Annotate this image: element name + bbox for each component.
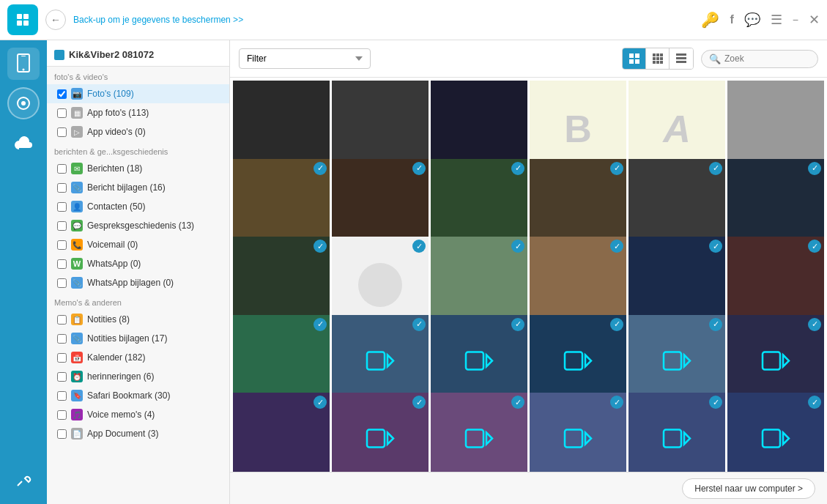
fotos-label: Foto's (109) (87, 89, 134, 99)
notities-checkbox[interactable] (57, 315, 67, 325)
content-toolbar: Filter Alle Geselecteerd (230, 40, 827, 78)
voice-memo-icon: 🎵 (71, 409, 83, 420)
sidebar-item-voice-memo[interactable]: 🎵 Voice memo's (4) (47, 405, 229, 424)
app-fotos-icon: ▦ (71, 107, 83, 119)
sidebar-item-gespreks[interactable]: 💬 Gespreksgeschiedenis (13) (47, 216, 229, 235)
herinneringen-checkbox[interactable] (57, 372, 67, 382)
content-area: Filter Alle Geselecteerd (230, 40, 827, 504)
video-play-icon (662, 424, 691, 459)
key-icon[interactable]: 🔑 (701, 11, 719, 29)
photo-selected-badge: ✓ (412, 162, 426, 175)
video-play-icon (761, 346, 790, 380)
photo-cell[interactable]: ✓ (530, 393, 626, 472)
berichten-label: Berichten (18) (87, 163, 142, 174)
nav-music[interactable] (7, 87, 40, 119)
fotos-checkbox[interactable] (57, 89, 67, 99)
nav-cloud[interactable] (7, 127, 40, 159)
filter-select[interactable]: Filter Alle Geselecteerd (239, 48, 371, 69)
svg-marker-29 (486, 355, 492, 366)
app-videos-label: App video's (0) (87, 127, 146, 137)
whatsapp-checkbox[interactable] (57, 259, 67, 269)
svg-rect-15 (656, 53, 659, 56)
photo-cell[interactable]: ✓ (431, 393, 527, 472)
photo-cell[interactable]: ✓ (727, 393, 824, 472)
notities-bijlagen-checkbox[interactable] (57, 334, 67, 344)
notities-bijlagen-label: Notities bijlagen (17) (87, 333, 167, 344)
sidebar-item-app-document[interactable]: 📄 App Document (3) (47, 424, 229, 443)
app-videos-icon: ▷ (71, 126, 83, 138)
video-play-icon (563, 346, 593, 380)
kalender-checkbox[interactable] (57, 353, 67, 363)
svg-marker-39 (486, 433, 492, 445)
menu-icon[interactable]: ☰ (771, 12, 782, 28)
view-grid-small-button[interactable] (646, 48, 670, 69)
bericht-bijlagen-checkbox[interactable] (57, 183, 67, 193)
bottom-bar: Herstel naar uw computer > (230, 472, 827, 504)
svg-rect-23 (676, 53, 686, 56)
photo-selected-badge: ✓ (808, 318, 821, 331)
sidebar-item-notities-bijlagen[interactable]: 📎 Notities bijlagen (17) (47, 329, 229, 348)
svg-rect-20 (653, 61, 656, 64)
video-play-icon (662, 346, 691, 380)
back-button[interactable]: ← (45, 10, 66, 30)
sidebar-item-app-fotos[interactable]: ▦ App foto's (113) (47, 103, 229, 122)
view-grid-large-button[interactable] (623, 48, 646, 69)
close-icon[interactable]: ✕ (809, 12, 820, 28)
device-indicator (54, 50, 64, 60)
svg-rect-30 (565, 352, 582, 369)
gespreks-checkbox[interactable] (57, 221, 67, 231)
kalender-label: Kalender (182) (87, 352, 145, 363)
sidebar-item-whatsapp[interactable]: W WhatsApp (0) (47, 254, 229, 273)
svg-marker-31 (585, 355, 591, 366)
sidebar-item-safari[interactable]: 🔖 Safari Bookmark (30) (47, 386, 229, 405)
nav-device[interactable] (7, 48, 40, 80)
voice-memo-checkbox[interactable] (57, 410, 67, 420)
photo-cell[interactable]: ✓ (233, 393, 330, 472)
photo-cell[interactable]: ✓ (628, 393, 725, 472)
sidebar-item-notities[interactable]: 📋 Notities (8) (47, 310, 229, 329)
restore-button[interactable]: Herstel naar uw computer > (682, 478, 815, 499)
search-input[interactable] (724, 53, 812, 64)
photo-selected-badge: ✓ (314, 162, 327, 175)
nav-tools[interactable] (7, 464, 40, 497)
svg-rect-22 (660, 61, 663, 64)
sidebar-item-berichten[interactable]: ✉ Berichten (18) (47, 159, 229, 178)
svg-marker-33 (684, 355, 690, 366)
sidebar-item-kalender[interactable]: 📅 Kalender (182) (47, 348, 229, 367)
fotos-icon: 📷 (71, 88, 83, 100)
minimize-icon[interactable]: − (793, 14, 798, 26)
photo-cell[interactable]: ✓ (332, 393, 429, 472)
facebook-icon[interactable]: f (730, 13, 733, 26)
photo-selected-badge: ✓ (610, 318, 623, 331)
sidebar-item-whatsapp-bijlagen[interactable]: 📎 WhatsApp bijlagen (0) (47, 273, 229, 292)
whatsapp-bijlagen-checkbox[interactable] (57, 278, 67, 288)
sidebar-item-fotos[interactable]: 📷 Foto's (109) (47, 84, 229, 103)
sidebar-item-bericht-bijlagen[interactable]: 📎 Bericht bijlagen (16) (47, 178, 229, 197)
gespreks-label: Gespreksgeschiedenis (13) (87, 220, 194, 231)
svg-marker-37 (387, 433, 393, 445)
app-videos-checkbox[interactable] (57, 127, 67, 137)
sidebar-item-voicemail[interactable]: 📞 Voicemail (0) (47, 235, 229, 254)
sidebar-item-app-videos[interactable]: ▷ App video's (0) (47, 122, 229, 141)
svg-marker-43 (684, 433, 690, 445)
svg-rect-21 (656, 61, 659, 64)
backup-link[interactable]: Back-up om je gegevens te beschermen >> (73, 14, 243, 26)
section-media: foto's & video's (47, 67, 229, 84)
section-memos: Memo's & anderen (47, 292, 229, 310)
berichten-checkbox[interactable] (57, 164, 67, 174)
app-document-checkbox[interactable] (57, 429, 67, 439)
contacten-checkbox[interactable] (57, 202, 67, 212)
chat-icon[interactable]: 💬 (744, 12, 760, 28)
search-icon: 🔍 (709, 53, 721, 64)
svg-rect-40 (565, 430, 582, 448)
safari-checkbox[interactable] (57, 391, 67, 401)
sidebar-item-herinneringen[interactable]: ⏰ herinneringen (6) (47, 367, 229, 386)
app-fotos-checkbox[interactable] (57, 108, 67, 118)
photo-selected-badge: ✓ (709, 396, 722, 409)
safari-icon: 🔖 (71, 390, 83, 401)
voicemail-checkbox[interactable] (57, 240, 67, 250)
sidebar-item-contacten[interactable]: 👤 Contacten (50) (47, 197, 229, 216)
view-list-button[interactable] (670, 48, 693, 69)
whatsapp-icon: W (71, 258, 83, 270)
app-navigation (0, 40, 47, 504)
